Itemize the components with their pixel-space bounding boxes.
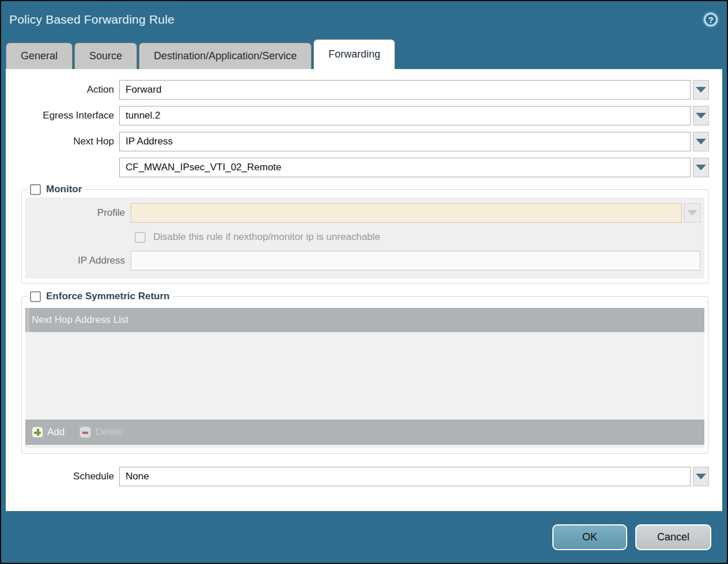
next-hop-label: Next Hop <box>6 136 119 147</box>
monitor-panel: Profile Disable this rule if nexthop/mon… <box>25 197 704 279</box>
next-hop-address-list-grid: Next Hop Address List Add Delete <box>25 308 704 448</box>
action-dropdown-button[interactable] <box>693 80 709 100</box>
symmetric-return-fieldset: Enforce Symmetric Return Next Hop Addres… <box>21 291 708 454</box>
delete-button-label: Delete <box>95 426 123 438</box>
egress-interface-row: Egress Interface tunnel.2 <box>6 106 722 125</box>
monitor-legend: Monitor <box>26 184 85 195</box>
chevron-down-icon <box>696 474 706 479</box>
symmetric-return-legend-label: Enforce Symmetric Return <box>46 291 169 302</box>
dialog-titlebar: Policy Based Forwarding Rule ? <box>1 1 727 39</box>
next-hop-address-dropdown-button[interactable] <box>693 158 709 177</box>
profile-dropdown-button-disabled <box>684 203 700 223</box>
monitor-fieldset: Monitor Profile Disable this rule if nex… <box>21 184 708 284</box>
next-hop-row: Next Hop IP Address <box>6 132 722 151</box>
tab-forwarding[interactable]: Forwarding <box>313 39 395 69</box>
monitor-ip-address-label: IP Address <box>25 255 131 266</box>
next-hop-combo: IP Address <box>119 132 709 151</box>
chevron-down-icon <box>687 210 697 216</box>
action-label: Action <box>6 84 119 96</box>
dialog-footer: OK Cancel <box>1 511 727 563</box>
egress-interface-combo: tunnel.2 <box>119 106 709 125</box>
add-button-label: Add <box>47 426 65 438</box>
monitor-checkbox[interactable] <box>30 184 41 195</box>
minus-icon <box>79 426 91 438</box>
next-hop-address-combo: CF_MWAN_IPsec_VTI_02_Remote <box>119 158 709 177</box>
symmetric-return-checkbox[interactable] <box>30 291 41 302</box>
next-hop-address-select[interactable]: CF_MWAN_IPsec_VTI_02_Remote <box>119 158 691 177</box>
schedule-select[interactable]: None <box>119 467 691 486</box>
grid-toolbar: Add Delete <box>25 420 704 445</box>
profile-combo <box>131 203 700 223</box>
pbf-rule-dialog: Policy Based Forwarding Rule ? General S… <box>0 0 728 564</box>
schedule-label: Schedule <box>6 471 119 482</box>
tab-general[interactable]: General <box>6 43 73 69</box>
tab-source[interactable]: Source <box>74 43 137 69</box>
ok-button[interactable]: OK <box>552 524 627 550</box>
profile-select-disabled <box>131 203 682 223</box>
grid-bottom-strip <box>25 445 704 448</box>
monitor-ip-address-input-disabled <box>131 251 700 270</box>
schedule-dropdown-button[interactable] <box>693 467 709 486</box>
delete-button-disabled: Delete <box>79 426 123 438</box>
next-hop-type-select[interactable]: IP Address <box>119 132 691 151</box>
add-button[interactable]: Add <box>32 426 65 438</box>
forwarding-tab-panel: Action Forward Egress Interface tunnel.2… <box>6 69 722 511</box>
action-select[interactable]: Forward <box>119 80 691 100</box>
monitor-ip-address-row: IP Address <box>25 251 700 270</box>
egress-interface-select[interactable]: tunnel.2 <box>119 106 691 125</box>
action-row: Action Forward <box>6 80 722 100</box>
tab-bar: General Source Destination/Application/S… <box>1 39 727 69</box>
next-hop-dropdown-button[interactable] <box>693 132 709 151</box>
cancel-button[interactable]: Cancel <box>635 524 711 550</box>
next-hop-address-row: CF_MWAN_IPsec_VTI_02_Remote <box>6 158 722 177</box>
chevron-down-icon <box>696 113 706 119</box>
profile-label: Profile <box>25 207 131 219</box>
egress-interface-dropdown-button[interactable] <box>693 106 709 125</box>
disable-rule-checkbox-disabled <box>135 232 146 243</box>
plus-icon <box>32 426 43 438</box>
action-combo: Forward <box>119 80 709 100</box>
help-icon[interactable]: ? <box>704 13 718 26</box>
tab-destination-application-service[interactable]: Destination/Application/Service <box>139 43 312 69</box>
schedule-row: Schedule None <box>6 467 722 486</box>
monitor-legend-label: Monitor <box>46 184 82 195</box>
profile-row: Profile <box>25 203 700 223</box>
symmetric-return-legend: Enforce Symmetric Return <box>26 291 173 302</box>
dialog-title: Policy Based Forwarding Rule <box>9 13 175 26</box>
next-hop-address-list-column-header[interactable]: Next Hop Address List <box>25 308 704 332</box>
schedule-combo: None <box>119 467 709 486</box>
disable-rule-label: Disable this rule if nexthop/monitor ip … <box>153 231 380 243</box>
egress-interface-label: Egress Interface <box>6 110 119 121</box>
chevron-down-icon <box>696 139 706 144</box>
chevron-down-icon <box>696 87 706 93</box>
chevron-down-icon <box>696 165 706 170</box>
disable-rule-row: Disable this rule if nexthop/monitor ip … <box>135 231 700 243</box>
next-hop-address-list-body[interactable] <box>25 332 704 420</box>
